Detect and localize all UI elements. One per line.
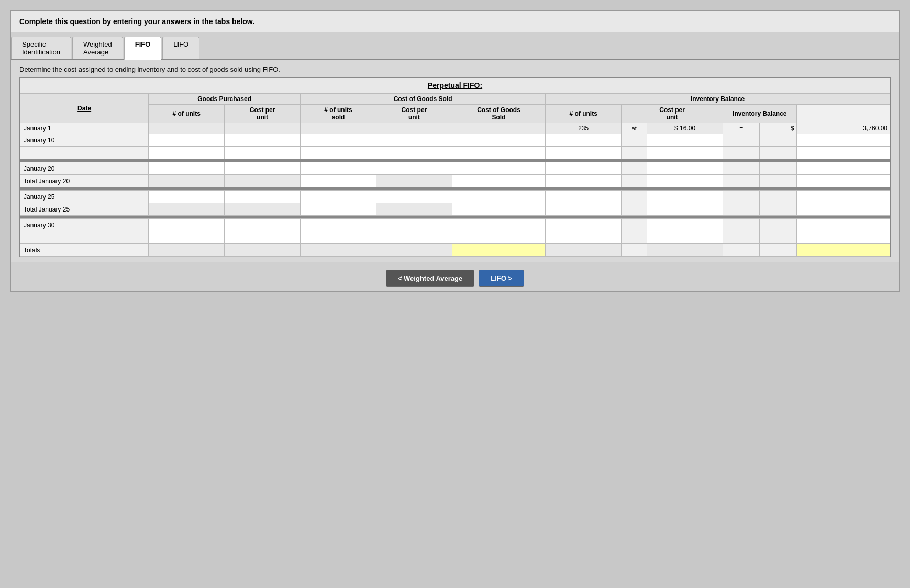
input-cell[interactable] — [149, 147, 225, 159]
input-cell[interactable] — [149, 231, 225, 244]
cell-empty — [760, 175, 796, 187]
cell-empty — [760, 219, 796, 231]
cell-empty — [760, 231, 796, 244]
tab-weighted-average[interactable]: WeightedAverage — [72, 37, 123, 59]
input-cell[interactable] — [647, 203, 723, 216]
input-cell[interactable] — [301, 191, 376, 203]
cell-empty — [149, 123, 225, 134]
input-cell[interactable] — [546, 134, 622, 147]
input-cell[interactable] — [301, 203, 376, 216]
subheader-inv-bal-label: Inventory Balance — [723, 105, 796, 123]
cell-empty — [622, 203, 647, 216]
input-cell[interactable] — [796, 162, 890, 175]
input-cell[interactable] — [546, 175, 622, 187]
input-cell[interactable] — [452, 219, 545, 231]
subheader-gp-units: # of units — [149, 105, 225, 123]
input-cell[interactable] — [452, 191, 545, 203]
input-cell[interactable] — [301, 134, 376, 147]
jan1-cost-per-unit: $ 16.00 — [647, 123, 723, 134]
input-cell[interactable] — [452, 147, 545, 159]
input-cell[interactable] — [149, 191, 225, 203]
cell-empty — [622, 244, 647, 257]
input-cell[interactable] — [546, 147, 622, 159]
cell-empty — [760, 244, 796, 257]
input-cell[interactable] — [647, 134, 723, 147]
input-cell[interactable] — [796, 231, 890, 244]
input-cell[interactable] — [452, 175, 545, 187]
input-cell[interactable] — [376, 134, 452, 147]
header-cogs: Cost of Goods Sold — [301, 94, 546, 105]
input-cell[interactable] — [796, 203, 890, 216]
cell-empty — [376, 123, 452, 134]
cell-empty — [301, 244, 376, 257]
input-cell[interactable] — [225, 231, 301, 244]
input-cell[interactable] — [376, 162, 452, 175]
tab-fifo[interactable]: FIFO — [124, 37, 162, 60]
cell-empty — [20, 147, 149, 159]
input-cell[interactable] — [452, 134, 545, 147]
input-cell[interactable] — [376, 231, 452, 244]
date-totals: Totals — [20, 244, 149, 257]
input-cell[interactable] — [225, 219, 301, 231]
input-cell[interactable] — [149, 219, 225, 231]
input-cell[interactable] — [647, 231, 723, 244]
cell-empty — [225, 123, 301, 134]
cell-empty — [760, 191, 796, 203]
input-cell[interactable] — [647, 175, 723, 187]
cell-empty — [149, 175, 225, 187]
input-cell[interactable] — [452, 162, 545, 175]
input-cell[interactable] — [796, 191, 890, 203]
input-cell[interactable] — [301, 147, 376, 159]
input-cell[interactable] — [452, 231, 545, 244]
input-cell[interactable] — [796, 147, 890, 159]
totals-cogs-yellow[interactable] — [452, 244, 545, 257]
input-cell[interactable] — [452, 203, 545, 216]
input-cell[interactable] — [647, 219, 723, 231]
input-cell[interactable] — [376, 219, 452, 231]
cell-empty — [647, 244, 723, 257]
input-cell[interactable] — [301, 162, 376, 175]
input-cell[interactable] — [546, 231, 622, 244]
input-cell[interactable] — [647, 147, 723, 159]
input-cell[interactable] — [301, 175, 376, 187]
input-cell[interactable] — [546, 203, 622, 216]
cell-empty — [723, 244, 760, 257]
input-cell[interactable] — [301, 219, 376, 231]
cell-empty — [622, 134, 647, 147]
input-cell[interactable] — [796, 219, 890, 231]
cell-empty — [622, 219, 647, 231]
input-cell[interactable] — [225, 147, 301, 159]
input-cell[interactable] — [376, 191, 452, 203]
input-cell[interactable] — [225, 134, 301, 147]
input-cell[interactable] — [301, 231, 376, 244]
input-cell[interactable] — [149, 134, 225, 147]
input-cell[interactable] — [546, 219, 622, 231]
table-row: January 1 235 at $ 16.00 = $ 3,760.00 — [20, 123, 890, 134]
bottom-nav: < Weighted Average LIFO > — [11, 262, 899, 291]
next-button[interactable]: LIFO > — [479, 270, 524, 287]
cell-empty — [760, 134, 796, 147]
cell-empty — [622, 191, 647, 203]
cell-empty — [149, 244, 225, 257]
input-cell[interactable] — [225, 191, 301, 203]
input-cell[interactable] — [546, 162, 622, 175]
input-cell[interactable] — [149, 162, 225, 175]
cell-empty — [723, 219, 760, 231]
table-row — [20, 231, 890, 244]
input-cell[interactable] — [647, 191, 723, 203]
header-row-1: Date Goods Purchased Cost of Goods Sold … — [20, 94, 890, 105]
tab-specific-identification[interactable]: SpecificIdentification — [11, 37, 71, 59]
input-cell[interactable] — [225, 162, 301, 175]
input-cell[interactable] — [796, 175, 890, 187]
prev-button[interactable]: < Weighted Average — [386, 270, 474, 287]
cell-empty — [622, 231, 647, 244]
tab-lifo[interactable]: LIFO — [162, 37, 199, 59]
input-cell[interactable] — [546, 191, 622, 203]
date-total-jan25: Total January 25 — [20, 203, 149, 216]
input-cell[interactable] — [796, 134, 890, 147]
input-cell[interactable] — [376, 147, 452, 159]
input-cell[interactable] — [647, 162, 723, 175]
cell-empty — [376, 244, 452, 257]
date-jan10: January 10 — [20, 134, 149, 147]
totals-invbal-yellow[interactable] — [796, 244, 890, 257]
